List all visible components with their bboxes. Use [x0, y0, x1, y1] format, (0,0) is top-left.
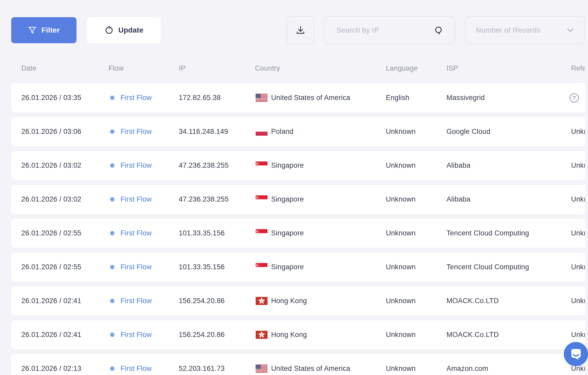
table-scroll-region[interactable]: Date Flow IP Country Language ISP Referr…: [11, 0, 585, 375]
column-header-date: Date: [21, 64, 36, 72]
flow-dot-icon: [110, 163, 114, 168]
row-date: 26.01.2026 / 02:13: [21, 354, 81, 375]
table-row: 26.01.2026 / 03:06 First Flow 34.116.248…: [11, 117, 585, 146]
row-isp: Amazon.com: [446, 354, 488, 375]
country-flag-icon: [255, 263, 268, 271]
row-date: 26.01.2026 / 02:55: [21, 219, 81, 248]
row-isp: MOACK.Co.LTD: [446, 286, 499, 315]
row-date: 26.01.2026 / 03:02: [21, 151, 81, 180]
row-country: Hong Kong: [255, 286, 307, 315]
question-circle-icon[interactable]: ?: [570, 93, 579, 103]
flow-dot-icon: [110, 197, 114, 202]
chat-launcher-button[interactable]: [564, 342, 588, 366]
row-date: 26.01.2026 / 02:41: [21, 286, 81, 315]
flow-label: First Flow: [120, 263, 152, 271]
flow-dot-icon: [110, 96, 114, 100]
row-ip: 156.254.20.86: [179, 320, 225, 349]
column-header-referrer: Referrer: [571, 64, 585, 72]
table-row: 26.01.2026 / 02:41 First Flow 156.254.20…: [11, 320, 585, 349]
flow-label: First Flow: [120, 331, 152, 339]
country-flag-icon: [255, 161, 268, 170]
row-referrer: Unknown: [571, 253, 585, 282]
flow-label: First Flow: [120, 195, 152, 203]
flow-dot-icon: [110, 366, 114, 371]
row-isp: Alibaba: [446, 185, 470, 214]
row-ip: 101.33.35.156: [179, 219, 225, 248]
row-date: 26.01.2026 / 03:06: [21, 117, 81, 146]
country-label: Hong Kong: [271, 331, 307, 339]
row-flow-link[interactable]: First Flow: [110, 286, 152, 315]
row-language: Unknown: [386, 117, 416, 146]
row-isp: Tencent Cloud Computing: [446, 219, 529, 248]
country-flag-icon: [255, 297, 268, 305]
referrer-question-cell: ?: [570, 83, 579, 112]
row-ip: 47.236.238.255: [179, 185, 229, 214]
row-ip: 47.236.238.255: [179, 151, 229, 180]
column-header-isp: ISP: [446, 64, 458, 72]
row-referrer: Unknown: [571, 219, 585, 248]
row-language: Unknown: [386, 354, 416, 375]
table-row: 26.01.2026 / 03:02 First Flow 47.236.238…: [11, 151, 585, 180]
row-flow-link[interactable]: First Flow: [110, 151, 152, 180]
flow-dot-icon: [110, 265, 114, 269]
row-country: Poland: [255, 117, 293, 146]
flow-label: First Flow: [120, 365, 152, 373]
row-flow-link[interactable]: First Flow: [110, 185, 152, 214]
row-flow-link[interactable]: First Flow: [110, 320, 152, 349]
table-row: 26.01.2026 / 03:02 First Flow 47.236.238…: [11, 185, 585, 214]
row-ip: 156.254.20.86: [179, 286, 225, 315]
row-referrer: Unknown: [571, 286, 585, 315]
table-row: 26.01.2026 / 02:13 First Flow 52.203.161…: [11, 354, 585, 375]
column-header-country: Country: [255, 64, 280, 72]
flow-label: First Flow: [120, 297, 152, 305]
flow-label: First Flow: [120, 161, 152, 170]
country-flag-icon: [255, 128, 268, 136]
row-referrer: Unknown: [571, 151, 585, 180]
row-country: United States of America: [255, 83, 350, 112]
flow-label: First Flow: [120, 128, 152, 136]
row-flow-link[interactable]: First Flow: [110, 117, 152, 146]
column-header-ip: IP: [179, 64, 186, 72]
row-language: Unknown: [386, 185, 416, 214]
flow-label: First Flow: [120, 94, 152, 102]
row-language: Unknown: [386, 151, 416, 180]
country-label: Poland: [271, 128, 293, 136]
country-label: Singapore: [271, 263, 304, 271]
row-isp: Google Cloud: [446, 117, 490, 146]
country-label: United States of America: [271, 94, 350, 102]
row-date: 26.01.2026 / 03:35: [21, 83, 81, 112]
row-isp: Massivegrid: [446, 83, 485, 112]
row-flow-link[interactable]: First Flow: [110, 83, 152, 112]
table-row: 26.01.2026 / 02:55 First Flow 101.33.35.…: [11, 219, 585, 248]
row-flow-link[interactable]: First Flow: [110, 354, 152, 375]
row-language: English: [386, 83, 410, 112]
row-flow-link[interactable]: First Flow: [110, 253, 152, 282]
flow-dot-icon: [110, 333, 114, 337]
column-header-language: Language: [386, 64, 418, 72]
table-row: 26.01.2026 / 02:55 First Flow 101.33.35.…: [11, 253, 585, 282]
row-ip: 52.203.161.73: [179, 354, 225, 375]
row-language: Unknown: [386, 253, 416, 282]
country-flag-icon: [255, 195, 268, 203]
row-country: Singapore: [255, 253, 304, 282]
country-label: Singapore: [271, 195, 304, 203]
row-date: 26.01.2026 / 02:41: [21, 320, 81, 349]
row-country: United States of America: [255, 354, 350, 375]
country-label: United States of America: [271, 365, 350, 373]
row-ip: 34.116.248.149: [179, 117, 228, 146]
row-flow-link[interactable]: First Flow: [110, 219, 152, 248]
row-country: Singapore: [255, 185, 304, 214]
flow-label: First Flow: [120, 229, 152, 237]
country-label: Singapore: [271, 161, 304, 170]
row-language: Unknown: [386, 219, 416, 248]
country-flag-icon: [255, 365, 268, 373]
row-language: Unknown: [386, 320, 416, 349]
flow-dot-icon: [110, 129, 114, 134]
row-ip: 172.82.65.38: [179, 83, 221, 112]
row-date: 26.01.2026 / 02:55: [21, 253, 81, 282]
row-isp: MOACK.Co.LTD: [446, 320, 499, 349]
table-row: 26.01.2026 / 02:41 First Flow 156.254.20…: [11, 286, 585, 315]
row-referrer: Unknown: [571, 117, 585, 146]
country-flag-icon: [255, 94, 268, 102]
flow-dot-icon: [110, 299, 114, 303]
